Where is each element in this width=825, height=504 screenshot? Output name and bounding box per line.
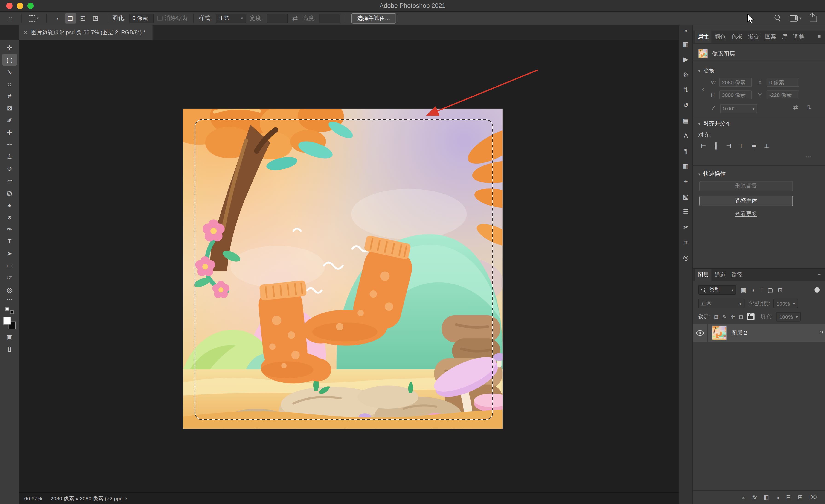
height-input[interactable] [319,13,340,23]
close-tab-icon[interactable]: × [24,29,27,36]
quick-mask-icon[interactable]: ▣ [2,331,17,343]
tab-properties[interactable]: 属性 [695,30,711,43]
quick-actions-header[interactable]: ▾ 快速操作 [698,171,726,178]
close-window-button[interactable] [6,3,12,9]
healing-brush-tool[interactable]: ✚ [2,127,17,139]
pen-tool[interactable]: ✑ [2,223,17,235]
path-selection-tool[interactable]: ➤ [2,247,17,259]
align-more-icon[interactable]: ⋯ [806,154,811,160]
subtract-selection-mode-button[interactable]: ◰ [77,13,89,23]
fill-field[interactable]: 100% ▾ [776,312,801,321]
layer-effects-icon[interactable]: fx [752,495,757,500]
layer-thumbnail[interactable] [712,326,727,340]
tool-presets-panel-icon[interactable]: ✂ [680,222,691,233]
height-value-field[interactable]: 3000 像素 [719,90,752,99]
align-top-icon[interactable]: ⊤ [736,141,747,151]
width-input[interactable] [267,13,288,23]
hand-tool[interactable]: ☞ [2,271,17,283]
lasso-tool[interactable]: ∿ [2,66,17,78]
flip-horizontal-icon[interactable]: ⇄ [793,104,798,111]
tab-patterns[interactable]: 图案 [762,30,779,43]
gradient-tool[interactable]: ▧ [2,187,17,199]
select-and-mask-button[interactable]: 选择并遮住… [351,13,396,23]
filter-shape-icon[interactable]: ▢ [767,286,773,293]
rectangle-tool[interactable]: ▭ [2,259,17,271]
lock-all-button[interactable] [747,313,755,320]
lock-transparency-icon[interactable]: ▦ [714,314,719,319]
eraser-tool[interactable]: ▱ [2,175,17,187]
remove-background-button[interactable]: 删除背景 [699,181,793,191]
tab-channels[interactable]: 通道 [712,269,728,281]
actions-panel-icon[interactable]: ▶ [680,54,691,65]
flip-vertical-icon[interactable]: ⇅ [806,104,811,111]
screen-mode-icon[interactable]: ▯ [2,343,17,354]
notes-panel-icon[interactable]: ☰ [680,206,691,218]
clone-source-panel-icon[interactable]: ▥ [680,160,691,172]
paragraph-panel-icon[interactable]: ¶ [680,145,691,157]
tab-gradients[interactable]: 渐变 [746,30,762,43]
minimize-window-button[interactable] [17,3,23,9]
filter-type-icon[interactable]: T [759,286,763,293]
antialias-checkbox[interactable] [157,15,162,21]
delete-layer-icon[interactable]: ⌦ [809,494,818,501]
default-colors-icon[interactable] [5,307,14,314]
new-layer-icon[interactable]: ⊞ [798,494,803,501]
crop-tool[interactable]: # [2,90,17,102]
width-value-field[interactable]: 2080 像素 [719,78,752,87]
tab-libraries[interactable]: 库 [779,30,790,43]
filter-type-select[interactable]: 类型 ▾ [698,285,736,295]
layers-panel-menu-icon[interactable]: ≡ [817,271,822,277]
link-layers-icon[interactable]: ∞ [741,494,746,500]
timeline-panel-icon[interactable]: ⇅ [680,84,691,96]
blend-mode-select[interactable]: 正常 ▾ [698,299,744,308]
tab-layers[interactable]: 图层 [695,269,711,281]
lock-artboard-icon[interactable]: ⊞ [739,314,743,319]
rectangular-marquee-tool[interactable]: ▢ [2,54,17,66]
rotation-field[interactable]: 0.00° ▾ [720,104,757,113]
align-middle-v-icon[interactable]: ╪ [749,141,759,151]
navigator-panel-icon[interactable]: ⌖ [680,176,691,187]
eyedropper-tool[interactable]: ✐ [2,114,17,127]
object-selection-tool[interactable]: ◌ [2,78,17,90]
new-selection-mode-button[interactable]: ▪ [52,13,63,23]
measure-log-panel-icon[interactable]: ⌗ [680,237,691,248]
dodge-tool[interactable]: ⌀ [2,211,17,223]
status-chevron-icon[interactable]: › [125,495,127,501]
filter-smart-object-icon[interactable]: ⊡ [778,286,783,293]
libraries-panel-icon[interactable]: ◎ [680,252,691,263]
frame-tool[interactable]: ⊠ [2,102,17,114]
x-value-field[interactable]: 0 像素 [766,78,799,87]
lock-move-icon[interactable]: ✛ [731,314,735,319]
tab-color[interactable]: 颜色 [712,30,728,43]
swap-dimensions-icon[interactable]: ⇄ [291,14,299,22]
filter-toggle-icon[interactable] [814,287,820,292]
tab-adjustments[interactable]: 调整 [791,30,807,43]
clone-stamp-tool[interactable]: ♙ [2,151,17,163]
zoom-level[interactable]: 66.67% [24,496,42,501]
share-icon[interactable] [810,16,817,22]
tab-swatches[interactable]: 色板 [729,30,745,43]
opacity-field[interactable]: 100% ▾ [773,299,798,308]
home-icon[interactable]: ⌂ [5,14,16,22]
tab-paths[interactable]: 路径 [729,269,745,281]
see-more-link[interactable]: 查看更多 [693,211,799,218]
character-panel-icon[interactable]: A [680,130,691,142]
intersect-selection-mode-button[interactable]: ◳ [90,13,101,23]
filter-adjustment-icon[interactable]: ◑ [751,286,755,293]
type-tool[interactable]: T [2,235,17,247]
align-center-h-icon[interactable]: ╫ [711,141,722,151]
y-value-field[interactable]: -228 像素 [766,90,799,99]
workspace-switcher[interactable]: ▾ [790,15,801,21]
layer-row[interactable]: 图层 2 [693,324,825,342]
align-bottom-icon[interactable]: ⊥ [761,141,772,151]
document-tab[interactable]: × 图片边缘虚化.psd @ 66.7% (图层 2, RGB/8*) * [19,25,153,40]
align-section-header[interactable]: ▾ 对齐并分布 [698,120,731,127]
adjustments-panel-icon[interactable]: ⚙ [680,69,691,80]
move-tool[interactable]: ✛ [2,41,17,54]
adjustment-layer-icon[interactable]: ◑ [776,494,779,500]
layer-visibility-cell[interactable] [693,324,707,342]
history-panel-icon[interactable]: ↺ [680,99,691,111]
info-panel-icon[interactable]: ▧ [680,191,691,202]
expand-panels-icon[interactable]: « [684,27,687,35]
layer-mask-icon[interactable]: ◧ [763,494,769,501]
